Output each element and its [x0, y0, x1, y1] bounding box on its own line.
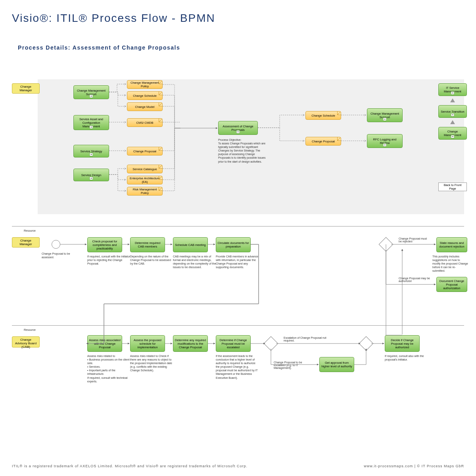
back-button[interactable]: Back to Front Page	[438, 182, 467, 191]
desc-assess-risks: Assess risks related to • Business proce…	[87, 354, 131, 383]
lane-cab: Change Advisory Board (CAB)	[12, 336, 40, 347]
desc-decide: If required, consult also with the propo…	[385, 354, 428, 361]
gateway-merge	[359, 336, 374, 351]
lane-resource-2: Resource	[24, 328, 36, 331]
page-title: Visio®: ITIL® Process Flow - BPMN	[0, 0, 476, 25]
gateway-decision	[379, 237, 393, 252]
desc-schedule: CAB meetings may be a mix of formal and …	[173, 255, 217, 269]
box-design[interactable]: Service Design+	[73, 169, 109, 181]
doc-service-catalogue[interactable]: Service Catalogue	[127, 165, 163, 173]
task-doc-auth[interactable]: Document Change Proposal authorization	[436, 277, 467, 292]
divider-2	[12, 325, 464, 326]
desc-determine: Depending on the nature of the Change Pr…	[130, 255, 174, 265]
task-determine-escalate[interactable]: Determine if Change Proposal must be esc…	[216, 335, 251, 352]
desc-state: This possibly includes suggestions on ho…	[432, 255, 468, 273]
task-assess-risks[interactable]: Assess risks associated with the Change …	[87, 335, 122, 352]
doc-change-proposal[interactable]: Change Proposal	[127, 147, 163, 155]
triangle-icon	[450, 98, 455, 102]
footer-left: ITIL® is a registered trademark of AXELO…	[12, 464, 248, 468]
box-assessment[interactable]: Assessment of Change Proposals+	[218, 121, 258, 135]
page-subtitle: Process Details: Assessment of Change Pr…	[0, 25, 476, 51]
doc-cmdb[interactable]: CMS/ CMDB	[127, 118, 163, 127]
lane-change-manager: Change Manager	[12, 83, 40, 94]
nav-st[interactable]: Service Transition+	[438, 105, 467, 118]
box-cm-support[interactable]: Change Management Support+	[73, 85, 109, 99]
doc-cm-policy[interactable]: Change Management Policy	[127, 80, 163, 89]
desc-objective: Process Objective: To asses Change Propo…	[218, 138, 268, 163]
gateway-escalation	[264, 336, 278, 351]
doc-change-schedule-out[interactable]: Change Schedule	[305, 111, 341, 120]
desc-assess-sched: Assess risks related to Check if there a…	[130, 354, 174, 372]
task-assess-schedule[interactable]: Assess the proposed schedule for impleme…	[130, 335, 165, 352]
task-check-proposal[interactable]: Check proposal for completeness and prac…	[87, 237, 122, 252]
footer: ITIL® is a registered trademark of AXELO…	[12, 464, 464, 468]
task-determine-mods[interactable]: Determine any required modifications to …	[173, 335, 208, 352]
label-authorized: Change Proposal may be authorized	[399, 277, 430, 282]
doc-rmp[interactable]: Risk Management Policy	[127, 187, 163, 196]
lane-change-manager-2: Change Manager	[12, 237, 40, 248]
task-schedule-cab[interactable]: Schedule CAB meeting	[173, 237, 208, 252]
box-sacm[interactable]: Service Asset and Configuration Manageme…	[73, 115, 109, 130]
doc-change-schedule[interactable]: Change Schedule	[127, 91, 163, 100]
desc-circulate: Provide CAB members in advance with info…	[216, 255, 259, 269]
label-escalate: Change Proposal to be escalated (e.g. to…	[274, 361, 313, 369]
box-cm-support-out[interactable]: Change Management Support+	[367, 108, 403, 122]
nav-itsm[interactable]: IT Service Management+	[438, 83, 467, 96]
task-get-approval[interactable]: Get approval from higher level of author…	[319, 357, 354, 372]
task-decide-auth[interactable]: Decide if Change Proposal may be authori…	[385, 335, 420, 352]
box-strategy[interactable]: Service Strategy+	[73, 145, 109, 157]
diagram-canvas: Change Manager Change Management Support…	[12, 79, 468, 428]
desc-check: If required, consult with the initiator …	[87, 255, 131, 265]
label-rejected: Change Proposal must be rejected	[399, 237, 430, 243]
start-event	[52, 240, 60, 249]
nav-cm[interactable]: Change Management+	[438, 127, 467, 140]
task-determine-cab[interactable]: Determine required CAB members	[130, 237, 165, 252]
divider-1	[12, 226, 464, 226]
task-state-reasons[interactable]: State reasons and document rejection	[436, 237, 467, 252]
desc-start: Change Proposal to be assessed.	[42, 252, 73, 259]
task-circulate[interactable]: Circulate documents for preparation	[216, 237, 251, 252]
label-no-escalation: Escalation of Change Proposal not requir…	[284, 336, 327, 342]
footer-right: www.it-processmaps.com | © IT Process Ma…	[364, 464, 464, 468]
desc-escalate: If the assessment leads to the conclusio…	[216, 354, 259, 380]
box-rfc-logging[interactable]: RFC Logging and Review+	[367, 134, 403, 148]
doc-change-model[interactable]: Change Model	[127, 102, 163, 111]
lane-resource: Resource	[24, 229, 36, 232]
triangle-icon-2	[450, 120, 455, 124]
doc-change-proposal-out[interactable]: Change Proposal	[305, 137, 341, 146]
doc-ea[interactable]: Enterprise Architecture (EA)	[127, 176, 163, 184]
